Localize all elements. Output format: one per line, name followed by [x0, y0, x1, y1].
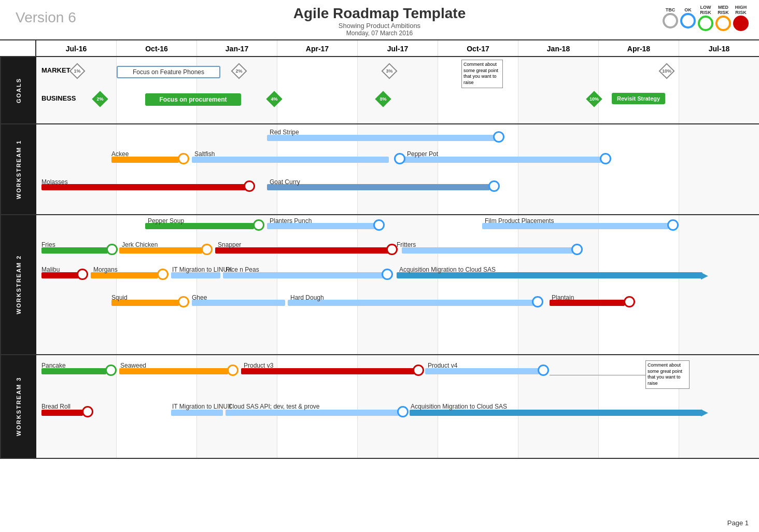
timeline-header-spacer [0, 40, 36, 56]
col-jul17: Jul-17 [358, 40, 438, 56]
seaweed-label: Seaweed [120, 362, 146, 369]
snapper-label: Snapper [218, 241, 241, 248]
high-circle [733, 16, 749, 31]
jerk-chicken-milestone [201, 244, 213, 255]
col-oct17: Oct-17 [438, 40, 518, 56]
diamond-1pct-label: 1% [74, 68, 80, 74]
legend-med: MEDRISK [715, 5, 731, 31]
focus-feature-phones-bar: Focus on Feature Phones [117, 66, 220, 78]
diamond-10pct-biz-label: 10% [589, 96, 599, 102]
product-v4-label: Product v4 [428, 362, 457, 369]
ws3-comment-box: Comment about some great point that you … [645, 360, 690, 389]
goals-section: GOALS MARKET BUSINESS [0, 57, 759, 124]
ws3-comment-text: Comment about some great point that you … [648, 362, 682, 386]
plantain-milestone [624, 296, 635, 307]
diamond-2pct-biz-label: 2% [96, 96, 103, 102]
business-label: BUSINESS [41, 94, 76, 102]
pancake-label: Pancake [41, 362, 66, 369]
diamond-2pct-market-label: 2% [235, 68, 242, 74]
legend-high: HIGHRISK [733, 5, 749, 31]
snapper-milestone [386, 244, 398, 255]
diamond-10pct-biz: 10% [588, 93, 600, 105]
squid-milestone [178, 296, 189, 307]
focus-feature-label: Focus on Feature Phones [133, 68, 204, 76]
planters-punch-milestone [373, 219, 385, 231]
rice-n-peas-milestone [382, 269, 393, 280]
focus-procurement-label: Focus on procurement [159, 96, 227, 103]
legend-low: LOWRISK [698, 5, 713, 31]
goals-label: GOALS [0, 57, 36, 123]
timeline-header: Jul-16 Oct-16 Jan-17 Apr-17 Jul-17 Oct-1… [0, 40, 759, 57]
acquisition-ws2-arrow: ▶ [701, 270, 708, 281]
jerk-chicken-label: Jerk Chicken [122, 241, 158, 248]
col-jan18: Jan-18 [518, 40, 599, 56]
plantain-label: Plantain [552, 294, 574, 301]
molasses-milestone [244, 180, 255, 192]
molasses-bar [41, 184, 246, 190]
tbc-circle [663, 13, 678, 29]
revisit-strategy-btn[interactable]: Revisit Strategy [612, 93, 665, 104]
col-apr17: Apr-17 [277, 40, 358, 56]
red-stripe-bar [267, 135, 495, 141]
col-jul16: Jul-16 [36, 40, 117, 56]
pancake-milestone [105, 365, 117, 376]
malibu-label: Malibu [41, 266, 60, 273]
goat-curry-milestone [488, 180, 500, 192]
content-wrapper: Jul-16 Oct-16 Jan-17 Apr-17 Jul-17 Oct-1… [0, 39, 759, 459]
ackee-label: Ackee [111, 150, 129, 158]
page: Version 6 Agile Roadmap Template Showing… [0, 0, 759, 532]
cloud-sas-api-bar [226, 410, 399, 416]
saltfish-bar [192, 157, 389, 163]
med-label: MEDRISK [718, 5, 729, 16]
version-label: Version 6 [16, 9, 76, 26]
pepper-pot-milestone-start [394, 153, 405, 164]
ws2-content: Pepper Soup Planters Punch Film Product … [36, 215, 759, 354]
planters-punch-label: Planters Punch [270, 217, 312, 225]
legend-row: TBC OK LOWRISK MEDRISK HIGHRISK [663, 5, 749, 31]
pepper-soup-label: Pepper Soup [148, 217, 184, 225]
pepper-soup-milestone [253, 219, 264, 231]
col-jan17: Jan-17 [197, 40, 277, 56]
acquisition-ws2-label: Acquisition Migration to Cloud SAS [399, 266, 496, 273]
fries-milestone [106, 244, 118, 255]
fries-label: Fries [41, 241, 55, 248]
title-block: Agile Roadmap Template Showing Product A… [293, 5, 466, 37]
red-stripe-label: Red Stripe [270, 129, 299, 136]
diamond-4pct-label: 4% [271, 96, 277, 102]
legend-tbc: TBC [663, 8, 678, 29]
hard-dough-bar [288, 300, 534, 306]
fritters-bar [402, 247, 573, 254]
ws2-label: WORKSTREAM 2 [0, 215, 36, 354]
ok-label: OK [684, 8, 692, 13]
ws2-grid [36, 215, 759, 354]
diamond-1pct: 1% [72, 65, 83, 77]
ok-circle [680, 13, 696, 29]
film-product-label: Film Product Placements [485, 217, 554, 225]
acquisition-ws3-bar [410, 410, 702, 416]
high-label: HIGHRISK [735, 5, 747, 16]
malibu-milestone [77, 269, 88, 280]
tbc-label: TBC [666, 8, 676, 13]
hard-dough-milestone [532, 296, 543, 307]
legend-ok: OK [680, 8, 696, 29]
pepper-pot-milestone-end [600, 153, 611, 164]
red-stripe-milestone [493, 131, 504, 143]
product-v4-milestone [538, 365, 549, 376]
focus-procurement-bar: Focus on procurement [145, 93, 241, 106]
page-number: Page 1 [727, 519, 749, 527]
med-circle [715, 16, 731, 31]
goals-content: MARKET BUSINESS 1% Focus on Feature Phon… [36, 57, 759, 123]
subtitle: Showing Product Ambitions [293, 22, 466, 30]
morgans-milestone [157, 269, 168, 280]
page-title: Agile Roadmap Template [293, 5, 466, 22]
diamond-10pct-right: 10% [661, 65, 672, 77]
col-jul18: Jul-18 [679, 40, 759, 56]
date: Monday, 07 March 2016 [293, 30, 466, 37]
bread-roll-bar [41, 410, 83, 416]
col-apr18: Apr-18 [599, 40, 679, 56]
ws1-label: WORKSTREAM 1 [0, 124, 36, 214]
legend: TBC OK LOWRISK MEDRISK HIGHRISK [663, 5, 749, 31]
col-oct16: Oct-16 [117, 40, 197, 56]
it-migration-ws3-label: IT Migration to LINUX [172, 403, 232, 410]
diamond-2pct-market: 2% [233, 65, 245, 77]
